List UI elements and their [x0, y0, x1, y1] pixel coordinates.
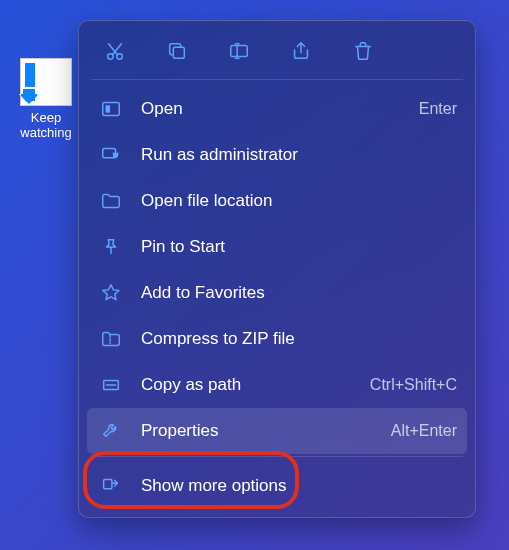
menu-label: Compress to ZIP file	[141, 329, 457, 349]
menu-item-add-to-favorites[interactable]: Add to Favorites	[87, 270, 467, 316]
menu-label: Add to Favorites	[141, 283, 457, 303]
menu-accel: Enter	[419, 100, 457, 118]
menu-accel: Ctrl+Shift+C	[370, 376, 457, 394]
wrench-icon	[99, 419, 123, 443]
shortcut-thumbnail	[20, 58, 72, 106]
more-icon	[99, 474, 123, 498]
desktop-shortcut[interactable]: Keep watching	[10, 58, 82, 140]
svg-rect-4	[103, 103, 120, 116]
menu-label: Open	[141, 99, 419, 119]
path-icon	[99, 373, 123, 397]
svg-rect-3	[231, 46, 248, 57]
cut-icon[interactable]	[101, 37, 129, 65]
menu-label: Run as administrator	[141, 145, 457, 165]
copy-icon[interactable]	[163, 37, 191, 65]
menu-item-show-more-options[interactable]: Show more options	[87, 463, 467, 509]
svg-rect-2	[173, 47, 184, 58]
context-menu: Open Enter Run as administrator Open fil…	[78, 20, 476, 518]
menu-accel: Alt+Enter	[391, 422, 457, 440]
menu-item-open-file-location[interactable]: Open file location	[87, 178, 467, 224]
menu-item-open[interactable]: Open Enter	[87, 86, 467, 132]
menu-label: Properties	[141, 421, 391, 441]
menu-item-properties[interactable]: Properties Alt+Enter	[87, 408, 467, 454]
star-icon	[99, 281, 123, 305]
svg-rect-5	[106, 105, 111, 112]
share-icon[interactable]	[287, 37, 315, 65]
menu-label: Show more options	[141, 476, 457, 496]
open-icon	[99, 97, 123, 121]
menu-item-pin-to-start[interactable]: Pin to Start	[87, 224, 467, 270]
shortcut-label: Keep watching	[10, 110, 82, 140]
quick-action-toolbar	[87, 29, 467, 77]
menu-item-copy-as-path[interactable]: Copy as path Ctrl+Shift+C	[87, 362, 467, 408]
svg-rect-8	[104, 480, 112, 489]
delete-icon[interactable]	[349, 37, 377, 65]
menu-divider	[91, 456, 463, 457]
menu-item-run-as-admin[interactable]: Run as administrator	[87, 132, 467, 178]
shield-icon	[99, 143, 123, 167]
menu-label: Open file location	[141, 191, 457, 211]
zip-icon	[99, 327, 123, 351]
rename-icon[interactable]	[225, 37, 253, 65]
pin-icon	[99, 235, 123, 259]
menu-divider	[91, 79, 463, 80]
folder-icon	[99, 189, 123, 213]
menu-label: Pin to Start	[141, 237, 457, 257]
menu-item-compress-to-zip[interactable]: Compress to ZIP file	[87, 316, 467, 362]
menu-label: Copy as path	[141, 375, 370, 395]
